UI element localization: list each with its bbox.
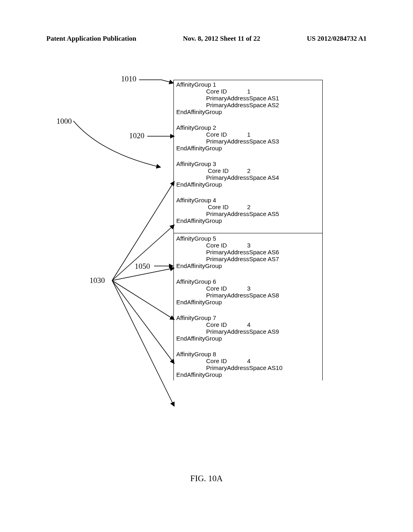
group-7: AffinityGroup 7 Core ID 4 PrimaryAddress… — [174, 314, 322, 342]
group-title: AffinityGroup 5 — [174, 235, 322, 242]
ref-1020: 1020 — [129, 131, 144, 140]
group-line: PrimaryAddressSpace AS6 — [174, 249, 322, 256]
group-end: EndAffinityGroup — [174, 145, 322, 152]
group-end: EndAffinityGroup — [174, 217, 322, 224]
svg-line-6 — [112, 281, 174, 406]
group-line: Core ID 4 — [174, 321, 322, 328]
group-2: AffinityGroup 2 Core ID 1 PrimaryAddress… — [174, 124, 322, 152]
group-end: EndAffinityGroup — [174, 108, 322, 115]
group-end: EndAffinityGroup — [174, 181, 322, 188]
group-line: PrimaryAddressSpace AS8 — [174, 292, 322, 299]
group-line: PrimaryAddressSpace AS2 — [174, 102, 322, 108]
group-end: EndAffinityGroup — [174, 262, 322, 269]
figure-caption: FIG. 10A — [0, 474, 413, 484]
group-line: Core ID 3 — [174, 242, 322, 249]
group-line: PrimaryAddressSpace AS9 — [174, 328, 322, 335]
divider — [174, 233, 322, 233]
group-line: Core ID 1 — [174, 88, 322, 95]
group-line: PrimaryAddressSpace AS10 — [174, 364, 322, 371]
group-line: PrimaryAddressSpace AS4 — [174, 174, 322, 181]
ref-1010: 1010 — [121, 75, 136, 83]
group-line: PrimaryAddressSpace AS3 — [174, 138, 322, 145]
group-title: AffinityGroup 4 — [174, 197, 322, 204]
group-line: Core ID 2 — [174, 167, 322, 174]
header-right: US 2012/0284732 A1 — [307, 35, 367, 43]
group-end: EndAffinityGroup — [174, 335, 322, 342]
ref-1000: 1000 — [56, 117, 72, 126]
page-header: Patent Application Publication Nov. 8, 2… — [0, 35, 413, 43]
group-title: AffinityGroup 7 — [174, 314, 322, 321]
group-3: AffinityGroup 3 Core ID 2 PrimaryAddress… — [174, 160, 322, 188]
group-5: AffinityGroup 5 Core ID 3 PrimaryAddress… — [174, 235, 322, 269]
svg-line-2 — [112, 225, 174, 281]
group-title: AffinityGroup 6 — [174, 278, 322, 285]
ref-1030: 1030 — [90, 276, 105, 285]
group-title: AffinityGroup 8 — [174, 351, 322, 357]
group-line: Core ID 2 — [174, 204, 322, 210]
group-6: AffinityGroup 6 Core ID 3 PrimaryAddress… — [174, 278, 322, 305]
group-8: AffinityGroup 8 Core ID 4 PrimaryAddress… — [174, 351, 322, 378]
affinity-groups-box: AffinityGroup 1 Core ID 1 PrimaryAddress… — [173, 80, 323, 380]
header-left: Patent Application Publication — [46, 35, 136, 43]
svg-line-5 — [112, 281, 174, 364]
header-center: Nov. 8, 2012 Sheet 11 of 22 — [183, 35, 260, 43]
group-line: Core ID 4 — [174, 357, 322, 364]
group-line: Core ID 3 — [174, 285, 322, 292]
group-title: AffinityGroup 2 — [174, 124, 322, 131]
svg-line-4 — [112, 281, 174, 320]
group-line: PrimaryAddressSpace AS1 — [174, 95, 322, 102]
group-line: PrimaryAddressSpace AS7 — [174, 256, 322, 262]
group-4: AffinityGroup 4 Core ID 2 PrimaryAddress… — [174, 197, 322, 224]
group-title: AffinityGroup 1 — [174, 81, 322, 88]
group-line: Core ID 1 — [174, 131, 322, 138]
ref-1050: 1050 — [135, 262, 150, 271]
group-title: AffinityGroup 3 — [174, 160, 322, 167]
group-end: EndAffinityGroup — [174, 299, 322, 305]
group-line: PrimaryAddressSpace AS5 — [174, 210, 322, 217]
group-1: AffinityGroup 1 Core ID 1 PrimaryAddress… — [174, 81, 322, 115]
group-end: EndAffinityGroup — [174, 371, 322, 378]
